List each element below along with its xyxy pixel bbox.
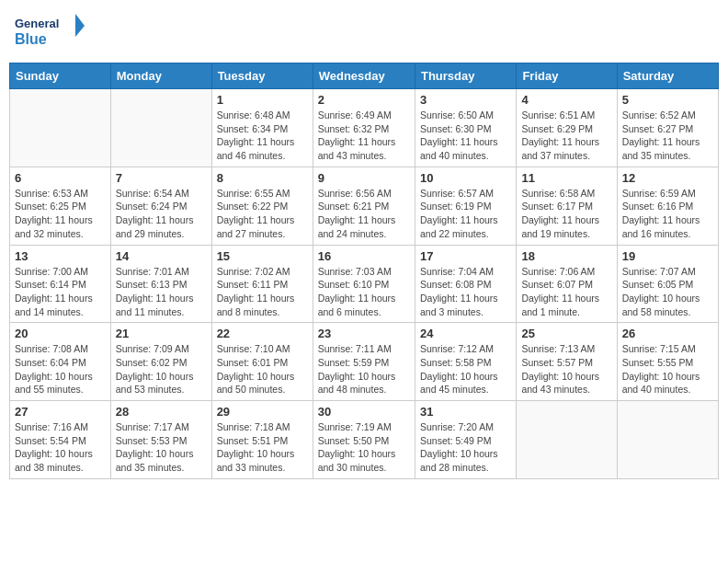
day-number: 20: [15, 327, 106, 340]
day-info: Sunrise: 7:13 AM Sunset: 5:57 PM Dayligh…: [521, 342, 611, 396]
calendar-table: SundayMondayTuesdayWednesdayThursdayFrid…: [9, 63, 719, 479]
calendar-cell: 14Sunrise: 7:01 AM Sunset: 6:13 PM Dayli…: [110, 245, 211, 323]
calendar-cell: 23Sunrise: 7:11 AM Sunset: 5:59 PM Dayli…: [313, 323, 415, 401]
day-info: Sunrise: 6:54 AM Sunset: 6:24 PM Dayligh…: [116, 187, 207, 241]
day-of-week-header: Friday: [517, 63, 617, 89]
day-number: 3: [420, 93, 511, 107]
calendar-cell: 6Sunrise: 6:53 AM Sunset: 6:25 PM Daylig…: [10, 167, 111, 245]
day-number: 18: [521, 249, 611, 263]
calendar-cell: 31Sunrise: 7:20 AM Sunset: 5:49 PM Dayli…: [415, 401, 516, 479]
day-info: Sunrise: 6:48 AM Sunset: 6:34 PM Dayligh…: [217, 109, 308, 163]
calendar-cell: [110, 89, 211, 167]
day-number: 21: [116, 327, 207, 340]
day-info: Sunrise: 6:57 AM Sunset: 6:19 PM Dayligh…: [420, 187, 511, 241]
day-number: 1: [217, 93, 308, 107]
day-info: Sunrise: 7:02 AM Sunset: 6:11 PM Dayligh…: [217, 265, 308, 319]
calendar-week-row: 20Sunrise: 7:08 AM Sunset: 6:04 PM Dayli…: [10, 323, 719, 401]
svg-text:Blue: Blue: [15, 31, 47, 47]
calendar-cell: 30Sunrise: 7:19 AM Sunset: 5:50 PM Dayli…: [313, 401, 415, 479]
day-info: Sunrise: 7:03 AM Sunset: 6:10 PM Dayligh…: [318, 265, 410, 319]
calendar-cell: 10Sunrise: 6:57 AM Sunset: 6:19 PM Dayli…: [415, 167, 516, 245]
day-info: Sunrise: 6:52 AM Sunset: 6:27 PM Dayligh…: [622, 109, 713, 163]
day-number: 15: [217, 249, 308, 263]
calendar-week-row: 1Sunrise: 6:48 AM Sunset: 6:34 PM Daylig…: [10, 89, 719, 167]
day-number: 4: [521, 93, 611, 107]
page-header: General Blue: [9, 9, 719, 55]
day-info: Sunrise: 7:04 AM Sunset: 6:08 PM Dayligh…: [420, 265, 511, 319]
day-number: 30: [318, 405, 410, 419]
day-number: 27: [15, 405, 106, 419]
day-number: 5: [622, 93, 713, 107]
day-info: Sunrise: 6:56 AM Sunset: 6:21 PM Dayligh…: [318, 187, 410, 241]
day-number: 26: [622, 327, 713, 340]
day-number: 31: [420, 405, 511, 419]
day-number: 12: [622, 171, 713, 185]
day-of-week-header: Monday: [110, 63, 211, 89]
calendar-cell: 9Sunrise: 6:56 AM Sunset: 6:21 PM Daylig…: [313, 167, 415, 245]
day-number: 16: [318, 249, 410, 263]
day-info: Sunrise: 7:12 AM Sunset: 5:58 PM Dayligh…: [420, 342, 511, 396]
calendar-cell: 25Sunrise: 7:13 AM Sunset: 5:57 PM Dayli…: [517, 323, 617, 401]
calendar-week-row: 27Sunrise: 7:16 AM Sunset: 5:54 PM Dayli…: [10, 401, 719, 479]
day-number: 8: [217, 171, 308, 185]
svg-text:General: General: [15, 17, 59, 30]
day-number: 9: [318, 171, 410, 185]
day-number: 2: [318, 93, 410, 107]
calendar-cell: 12Sunrise: 6:59 AM Sunset: 6:16 PM Dayli…: [617, 167, 718, 245]
day-info: Sunrise: 6:58 AM Sunset: 6:17 PM Dayligh…: [521, 187, 611, 241]
day-info: Sunrise: 7:10 AM Sunset: 6:01 PM Dayligh…: [217, 342, 308, 396]
calendar-cell: 11Sunrise: 6:58 AM Sunset: 6:17 PM Dayli…: [517, 167, 617, 245]
day-info: Sunrise: 7:09 AM Sunset: 6:02 PM Dayligh…: [116, 342, 207, 396]
day-number: 25: [521, 327, 611, 340]
logo-svg: General Blue: [13, 9, 86, 55]
calendar-cell: 5Sunrise: 6:52 AM Sunset: 6:27 PM Daylig…: [617, 89, 718, 167]
day-number: 13: [15, 249, 106, 263]
day-of-week-header: Wednesday: [313, 63, 415, 89]
day-info: Sunrise: 7:11 AM Sunset: 5:59 PM Dayligh…: [318, 342, 410, 396]
calendar-cell: 3Sunrise: 6:50 AM Sunset: 6:30 PM Daylig…: [415, 89, 516, 167]
svg-marker-2: [75, 14, 85, 37]
calendar-cell: 28Sunrise: 7:17 AM Sunset: 5:53 PM Dayli…: [110, 401, 211, 479]
day-number: 24: [420, 327, 511, 340]
calendar-header-row: SundayMondayTuesdayWednesdayThursdayFrid…: [10, 63, 719, 89]
day-info: Sunrise: 7:17 AM Sunset: 5:53 PM Dayligh…: [116, 420, 207, 475]
day-info: Sunrise: 7:18 AM Sunset: 5:51 PM Dayligh…: [217, 420, 308, 475]
calendar-cell: 16Sunrise: 7:03 AM Sunset: 6:10 PM Dayli…: [313, 245, 415, 323]
day-number: 29: [217, 405, 308, 419]
day-info: Sunrise: 7:06 AM Sunset: 6:07 PM Dayligh…: [521, 265, 611, 319]
calendar-cell: 17Sunrise: 7:04 AM Sunset: 6:08 PM Dayli…: [415, 245, 516, 323]
day-info: Sunrise: 7:00 AM Sunset: 6:14 PM Dayligh…: [15, 265, 106, 319]
day-info: Sunrise: 6:55 AM Sunset: 6:22 PM Dayligh…: [217, 187, 308, 241]
calendar-cell: 8Sunrise: 6:55 AM Sunset: 6:22 PM Daylig…: [211, 167, 313, 245]
day-info: Sunrise: 6:59 AM Sunset: 6:16 PM Dayligh…: [622, 187, 713, 241]
day-number: 19: [622, 249, 713, 263]
day-info: Sunrise: 7:07 AM Sunset: 6:05 PM Dayligh…: [622, 265, 713, 319]
day-info: Sunrise: 7:15 AM Sunset: 5:55 PM Dayligh…: [622, 342, 713, 396]
calendar-cell: 1Sunrise: 6:48 AM Sunset: 6:34 PM Daylig…: [211, 89, 313, 167]
day-of-week-header: Tuesday: [211, 63, 313, 89]
day-info: Sunrise: 7:01 AM Sunset: 6:13 PM Dayligh…: [116, 265, 207, 319]
logo: General Blue: [13, 9, 86, 55]
day-info: Sunrise: 7:19 AM Sunset: 5:50 PM Dayligh…: [318, 420, 410, 475]
day-of-week-header: Sunday: [10, 63, 111, 89]
day-info: Sunrise: 6:51 AM Sunset: 6:29 PM Dayligh…: [521, 109, 611, 163]
day-number: 14: [116, 249, 207, 263]
calendar-week-row: 6Sunrise: 6:53 AM Sunset: 6:25 PM Daylig…: [10, 167, 719, 245]
day-number: 11: [521, 171, 611, 185]
day-info: Sunrise: 6:50 AM Sunset: 6:30 PM Dayligh…: [420, 109, 511, 163]
calendar-cell: [10, 89, 111, 167]
day-number: 23: [318, 327, 410, 340]
calendar-cell: 18Sunrise: 7:06 AM Sunset: 6:07 PM Dayli…: [517, 245, 617, 323]
calendar-cell: 7Sunrise: 6:54 AM Sunset: 6:24 PM Daylig…: [110, 167, 211, 245]
day-number: 28: [116, 405, 207, 419]
day-number: 10: [420, 171, 511, 185]
day-of-week-header: Saturday: [617, 63, 718, 89]
day-info: Sunrise: 6:53 AM Sunset: 6:25 PM Dayligh…: [15, 187, 106, 241]
calendar-cell: 22Sunrise: 7:10 AM Sunset: 6:01 PM Dayli…: [211, 323, 313, 401]
calendar-cell: 24Sunrise: 7:12 AM Sunset: 5:58 PM Dayli…: [415, 323, 516, 401]
calendar-cell: 15Sunrise: 7:02 AM Sunset: 6:11 PM Dayli…: [211, 245, 313, 323]
calendar-cell: 19Sunrise: 7:07 AM Sunset: 6:05 PM Dayli…: [617, 245, 718, 323]
calendar-cell: 20Sunrise: 7:08 AM Sunset: 6:04 PM Dayli…: [10, 323, 111, 401]
calendar-cell: [617, 401, 718, 479]
day-info: Sunrise: 7:20 AM Sunset: 5:49 PM Dayligh…: [420, 420, 511, 475]
